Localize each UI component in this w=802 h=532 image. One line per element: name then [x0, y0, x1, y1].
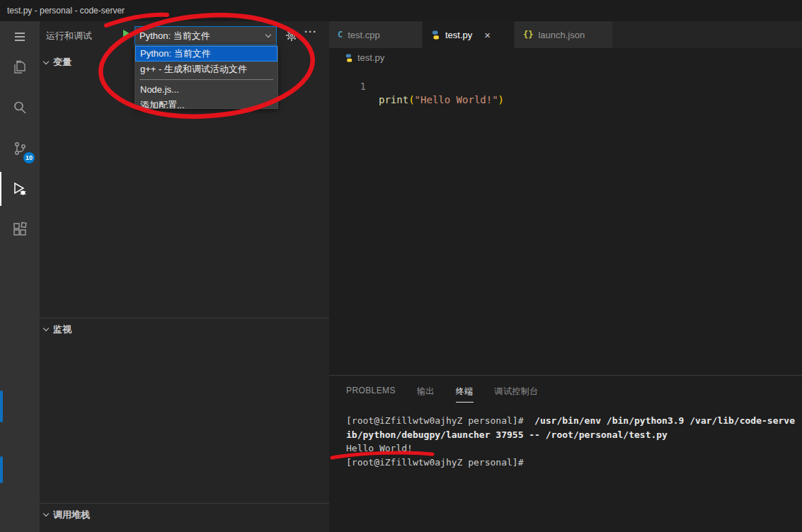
tab-test-py[interactable]: test.py × — [423, 21, 515, 48]
tab-test-cpp[interactable]: C test.cpp — [329, 21, 423, 48]
close-icon[interactable]: × — [484, 29, 491, 41]
gear-icon[interactable] — [285, 29, 298, 42]
source-control-badge: 10 — [23, 152, 35, 163]
tab-label: launch.json — [538, 30, 585, 40]
editor-tab-bar: C test.cpp test.py × {} launch.json — [329, 21, 802, 48]
breadcrumb[interactable]: test.py — [345, 52, 384, 63]
chevron-down-icon — [43, 58, 49, 64]
search-icon[interactable] — [0, 91, 40, 125]
terminal[interactable]: [root@iZfillwtw0ajhyZ personal]# /usr/bi… — [346, 414, 802, 532]
json-file-icon: {} — [523, 30, 533, 40]
python-file-icon — [345, 54, 353, 62]
debug-config-dropdown: Python: 当前文件 g++ - 生成和调试活动文件 Node.js... … — [134, 45, 278, 109]
cpp-file-icon: C — [338, 30, 343, 40]
tab-terminal[interactable]: 终端 — [456, 386, 474, 403]
left-edge-decoration — [0, 456, 3, 483]
terminal-line: [root@iZfillwtw0ajhyZ personal]# — [346, 456, 802, 470]
section-watch[interactable]: 监视 — [40, 318, 329, 336]
tab-problems[interactable]: PROBLEMS — [346, 386, 396, 403]
terminal-line: ib/python/debugpy/launcher 37955 -- /roo… — [346, 428, 802, 442]
tab-debug-console[interactable]: 调试控制台 — [495, 386, 539, 403]
tab-label: test.cpp — [348, 30, 380, 40]
line-number: 1 — [329, 80, 366, 93]
sidebar-title: 运行和调试 — [46, 30, 92, 42]
section-watch-label: 监视 — [53, 323, 71, 336]
dropdown-separator — [139, 79, 273, 80]
chevron-down-icon — [43, 511, 49, 516]
dropdown-item-nodejs[interactable]: Node.js... — [135, 82, 277, 98]
titlebar: test.py - personal - code-server — [0, 0, 802, 21]
section-call-stack-label: 调用堆栈 — [53, 509, 90, 521]
debug-config-value: Python: 当前文件 — [139, 30, 210, 42]
code-line-1[interactable]: 1 print("Hello World!") — [329, 66, 802, 80]
debug-config-select[interactable]: Python: 当前文件 — [134, 26, 277, 45]
chevron-down-icon — [43, 325, 49, 331]
tab-label: test.py — [445, 30, 472, 40]
breadcrumb-file: test.py — [357, 52, 384, 63]
extensions-icon[interactable] — [0, 212, 40, 246]
window-title: test.py - personal - code-server — [7, 0, 125, 21]
debug-start-icon[interactable] — [122, 29, 133, 40]
section-call-stack[interactable]: 调用堆栈 — [40, 503, 329, 521]
terminal-line: Hello World! — [346, 441, 802, 456]
dropdown-item-gpp[interactable]: g++ - 生成和调试活动文件 — [135, 62, 277, 77]
run-debug-icon[interactable] — [0, 172, 40, 206]
chevron-down-icon — [265, 32, 271, 37]
code-text: print("Hello World!") — [379, 93, 504, 107]
tab-output[interactable]: 输出 — [417, 386, 435, 403]
menu-icon[interactable] — [0, 25, 40, 48]
section-variables-label: 变量 — [53, 56, 71, 69]
explorer-icon[interactable] — [0, 50, 40, 84]
bottom-panel: PROBLEMS 输出 终端 调试控制台 [root@iZfillwtw0ajh… — [329, 375, 802, 532]
dropdown-item-python[interactable]: Python: 当前文件 — [135, 46, 277, 62]
panel-tab-bar: PROBLEMS 输出 终端 调试控制台 — [346, 386, 539, 403]
code-server-window: test.py - personal - code-server 10 运行和调… — [0, 0, 802, 532]
ellipsis-icon[interactable]: ··· — [304, 25, 317, 37]
activity-bar: 10 — [0, 21, 40, 532]
terminal-line: [root@iZfillwtw0ajhyZ personal]# /usr/bi… — [346, 414, 802, 428]
editor-area: C test.cpp test.py × {} launch.json test… — [329, 21, 802, 375]
source-control-icon[interactable]: 10 — [0, 132, 40, 166]
tab-launch-json[interactable]: {} launch.json — [515, 21, 613, 48]
python-file-icon — [431, 30, 440, 40]
left-edge-decoration — [0, 391, 3, 422]
dropdown-item-add-config[interactable]: 添加配置... — [135, 98, 277, 109]
